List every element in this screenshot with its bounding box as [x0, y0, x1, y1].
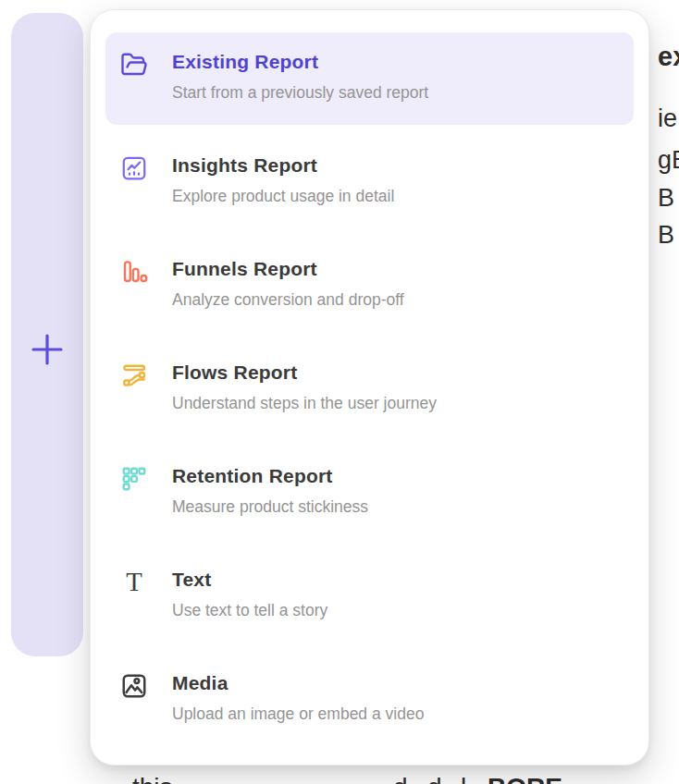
- menu-item-title: Existing Report: [172, 49, 428, 75]
- board-add-rail: [11, 13, 83, 656]
- insights-chart-icon: [120, 154, 148, 182]
- retention-grid-icon: [120, 465, 148, 493]
- menu-item-title: Flows Report: [172, 360, 437, 386]
- background-text-fragment: ie: [658, 104, 677, 133]
- background-text-fragment: ex: [658, 42, 679, 72]
- menu-item-subtitle: Explore product usage in detail: [172, 184, 394, 208]
- menu-item-title: Retention Report: [172, 463, 368, 489]
- folder-open-icon: [120, 51, 148, 79]
- menu-item-retention[interactable]: Retention Report Measure product stickin…: [105, 447, 634, 539]
- background-text-fragment: BORE: [488, 773, 562, 784]
- background-text-fragment: gB: [658, 146, 679, 175]
- menu-item-insights[interactable]: Insights Report Explore product usage in…: [105, 136, 634, 228]
- background-text-fragment: B: [658, 221, 674, 250]
- funnel-bars-icon: [120, 258, 148, 286]
- menu-item-title: Text: [172, 567, 327, 593]
- menu-item-subtitle: Analyze conversion and drop-off: [172, 288, 404, 312]
- menu-item-flows[interactable]: Flows Report Understand steps in the use…: [105, 343, 634, 435]
- add-item-button[interactable]: [31, 334, 63, 365]
- text-icon: T: [120, 569, 148, 596]
- menu-item-subtitle: Use text to tell a story: [172, 598, 327, 622]
- menu-item-title: Insights Report: [172, 153, 394, 178]
- flows-icon: [120, 361, 148, 389]
- background-text-fragment: d: [393, 773, 408, 784]
- menu-item-text[interactable]: T Text Use text to tell a story: [105, 550, 634, 643]
- screen: exiegBBB thisddlBORE Existing Report Sta…: [0, 0, 679, 784]
- background-text-fragment: this: [132, 773, 173, 784]
- background-text-fragment: d: [427, 773, 442, 784]
- svg-text:T: T: [126, 569, 142, 596]
- background-text-fragment: B: [658, 184, 674, 213]
- menu-item-media[interactable]: Media Upload an image or embed a video: [105, 654, 634, 746]
- menu-item-subtitle: Upload an image or embed a video: [172, 702, 424, 726]
- media-image-icon: [120, 672, 148, 700]
- menu-item-subtitle: Start from a previously saved report: [172, 80, 428, 104]
- menu-item-existing[interactable]: Existing Report Start from a previously …: [105, 32, 634, 125]
- menu-item-subtitle: Measure product stickiness: [172, 495, 368, 519]
- menu-item-subtitle: Understand steps in the user journey: [172, 391, 437, 415]
- menu-item-title: Funnels Report: [172, 256, 404, 282]
- add-report-menu: Existing Report Start from a previously …: [90, 9, 649, 766]
- background-text-fragment: l: [461, 773, 466, 784]
- menu-item-funnels[interactable]: Funnels Report Analyze conversion and dr…: [105, 239, 634, 332]
- menu-item-title: Media: [172, 670, 424, 696]
- plus-icon: [31, 334, 63, 365]
